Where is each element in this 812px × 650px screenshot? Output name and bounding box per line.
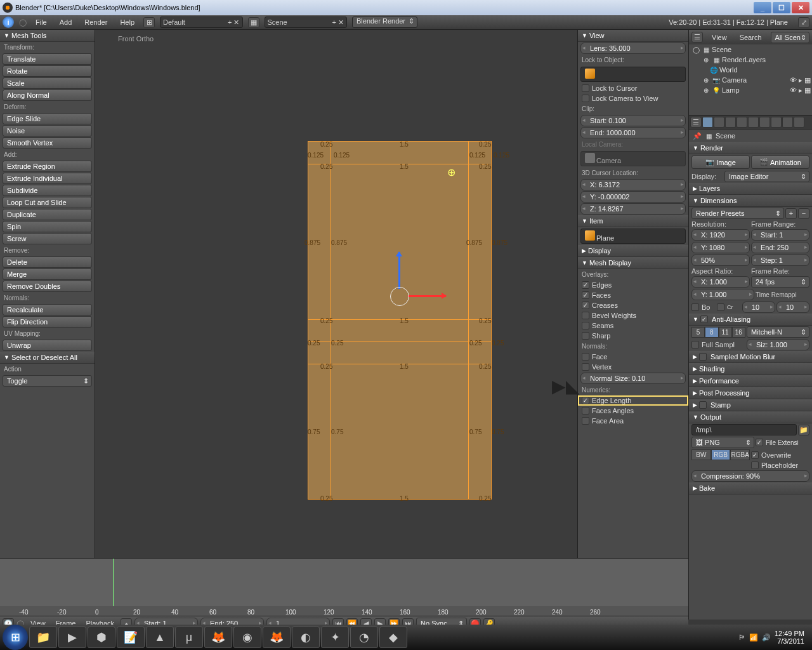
item-panel-header[interactable]: Item (578, 215, 688, 227)
rotate-button[interactable]: Rotate (3, 65, 92, 77)
new-map-field[interactable]: 10 (776, 302, 809, 313)
gimp-task-icon[interactable]: 🦊 (204, 627, 232, 648)
tray-volume-icon[interactable]: 🔊 (762, 633, 771, 642)
output-path-field[interactable]: /tmp\ (691, 424, 797, 435)
window-close-button[interactable]: ✕ (792, 2, 809, 13)
explorer-task-icon[interactable]: 📁 (29, 627, 57, 648)
notepad-task-icon[interactable]: 📝 (117, 627, 145, 648)
format-dropdown[interactable]: 🖼 PNG (691, 437, 754, 448)
compression-field[interactable]: Compression: 90% (691, 470, 809, 482)
3d-viewport[interactable]: Front Ortho 0.25 0.125 0.125 1.5 0.25 0.… (95, 30, 577, 620)
timeline-track[interactable] (0, 559, 688, 606)
edges-checkbox[interactable]: Edges (578, 280, 688, 290)
spin-button[interactable]: Spin (3, 221, 92, 232)
translate-button[interactable]: Translate (3, 53, 92, 65)
system-tray[interactable]: 🏳 📶 🔊 12:49 PM 7/3/2011 (738, 630, 809, 645)
back-to-previous-icon[interactable]: ⤢ (798, 17, 809, 28)
res-pct-field[interactable]: 50% (691, 255, 750, 266)
sharp-checkbox[interactable]: Sharp (578, 331, 688, 341)
tree-scene[interactable]: ◯▦Scene (689, 44, 812, 55)
view-panel-header[interactable]: View (578, 30, 688, 42)
timeline-cursor[interactable] (113, 559, 114, 606)
modifiers-tab[interactable] (759, 117, 770, 128)
props-editor-icon[interactable]: ☰ (690, 117, 702, 128)
post-panel-header[interactable]: Post Processing (689, 387, 812, 399)
bw-button[interactable]: BW (691, 449, 711, 460)
aa-size-field[interactable]: Siz: 1.000 (747, 339, 809, 350)
frame-start-field[interactable]: Start: 1 (751, 229, 809, 241)
menu-file[interactable]: File (32, 18, 51, 26)
aspect-y-field[interactable]: Y: 1.000 (691, 289, 754, 300)
creases-checkbox[interactable]: Creases (578, 300, 688, 310)
mesh-display-panel-header[interactable]: Mesh Display (578, 257, 688, 269)
bake-panel-header[interactable]: Bake (689, 482, 812, 494)
dimensions-panel-header[interactable]: Dimensions (689, 195, 812, 207)
preset-remove-icon[interactable]: − (798, 208, 809, 219)
render-image-button[interactable]: 📷 Image (691, 156, 750, 169)
loop-cut-button[interactable]: Loop Cut and Slide (3, 197, 92, 208)
full-sample-checkbox[interactable]: Full Sampl (691, 341, 745, 348)
data-tab[interactable] (771, 117, 782, 128)
along-normal-button[interactable]: Along Normal (3, 90, 92, 101)
remove-doubles-button[interactable]: Remove Doubles (3, 281, 92, 292)
utorrent-task-icon[interactable]: μ (175, 627, 203, 648)
render-engine-dropdown[interactable]: Blender Render (352, 17, 417, 28)
operator-panel-header[interactable]: Select or Deselect All (0, 352, 95, 364)
stamp-panel-header[interactable]: Stamp (689, 399, 812, 411)
start-button[interactable]: ⊞ (3, 625, 28, 650)
media-player-task-icon[interactable]: ▶ (58, 627, 86, 648)
aa-5-button[interactable]: 5 (691, 327, 705, 338)
faces-checkbox[interactable]: Faces (578, 290, 688, 300)
app4-task-icon[interactable]: ◆ (379, 627, 407, 648)
outliner-editor-icon[interactable]: ☰ (691, 32, 703, 43)
face-area-checkbox[interactable]: Face Area (578, 416, 688, 426)
output-panel-header[interactable]: Output (689, 411, 812, 423)
gizmo-origin[interactable] (390, 287, 409, 306)
texture-tab[interactable] (794, 117, 804, 128)
window-minimize-button[interactable]: _ (754, 2, 771, 13)
item-name-field[interactable]: Plane (580, 229, 686, 244)
crop-checkbox[interactable]: Cr (717, 303, 741, 311)
render-presets-dropdown[interactable]: Render Presets (691, 208, 784, 219)
performance-panel-header[interactable]: Performance (689, 375, 812, 387)
edge-slide-button[interactable]: Edge Slide (3, 113, 92, 124)
subdivide-button[interactable]: Subdivide (3, 185, 92, 196)
menu-help[interactable]: Help (116, 18, 138, 26)
placeholder-checkbox[interactable]: Placeholder (751, 461, 809, 469)
face-angles-checkbox[interactable]: Faces Angles (578, 406, 688, 416)
render-animation-button[interactable]: 🎬 Animation (751, 156, 809, 169)
edge-length-checkbox[interactable]: Edge Length (578, 395, 688, 406)
scene-tab[interactable] (714, 117, 724, 128)
merge-button[interactable]: Merge (3, 269, 92, 280)
face-normals-checkbox[interactable]: Face (578, 352, 688, 362)
fps-dropdown[interactable]: 24 fps (751, 276, 809, 288)
vertex-normals-checkbox[interactable]: Vertex (578, 362, 688, 372)
aa-8-button[interactable]: 8 (705, 327, 718, 338)
cursor-x-field[interactable]: X: 6.3172 (580, 179, 686, 190)
aspect-x-field[interactable]: X: 1.000 (691, 276, 750, 288)
tree-renderlayers[interactable]: ⊕▦RenderLayers (689, 55, 812, 65)
chrome-task-icon[interactable]: ◉ (233, 627, 261, 648)
constraints-tab[interactable] (748, 117, 759, 128)
normal-size-field[interactable]: Normal Size: 0.10 (580, 373, 686, 384)
clip-start-field[interactable]: Start: 0.100 (580, 115, 686, 126)
mesh-plane[interactable] (308, 141, 492, 500)
window-maximize-button[interactable]: ☐ (773, 2, 790, 13)
frame-step-field[interactable]: Step: 1 (751, 255, 809, 266)
scene-dropdown[interactable]: Scene+ ✕ (265, 17, 347, 28)
clip-end-field[interactable]: End: 1000.000 (580, 127, 686, 138)
lock-object-field[interactable] (580, 67, 686, 82)
object-tab[interactable] (737, 117, 747, 128)
smb-panel-header[interactable]: Sampled Motion Blur (689, 351, 812, 363)
material-tab[interactable] (782, 117, 793, 128)
render-panel-header[interactable]: Render (689, 142, 812, 154)
smooth-vertex-button[interactable]: Smooth Vertex (3, 137, 92, 149)
info-editor-icon[interactable]: i (3, 17, 14, 28)
display-panel-header[interactable]: Display (578, 245, 688, 257)
outliner-search[interactable]: Search (736, 34, 766, 41)
browse-folder-icon[interactable]: 📁 (798, 425, 809, 435)
vlc-task-icon[interactable]: ▲ (146, 627, 174, 648)
screw-button[interactable]: Screw (3, 233, 92, 244)
seams-checkbox[interactable]: Seams (578, 321, 688, 331)
flip-direction-button[interactable]: Flip Direction (3, 316, 92, 328)
